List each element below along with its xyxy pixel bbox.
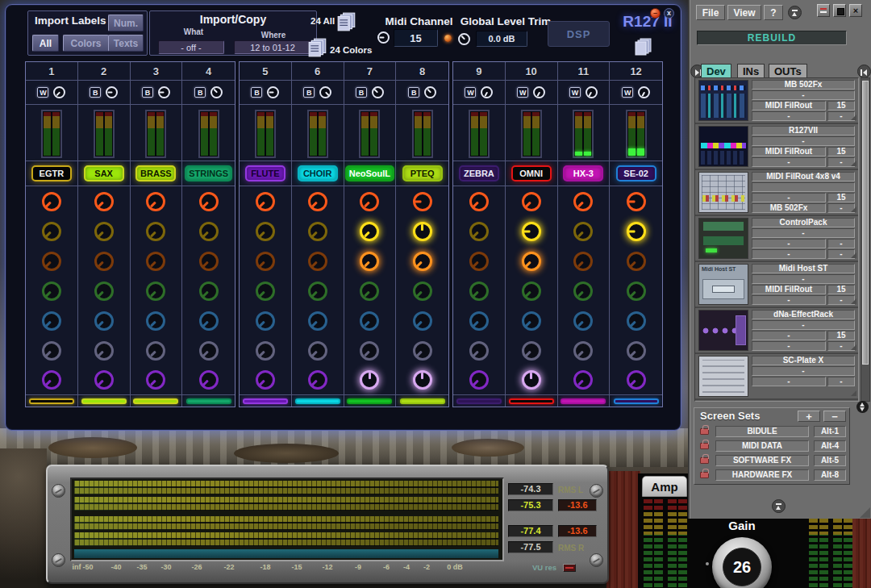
knob-grn[interactable] [94,281,114,301]
close-icon[interactable]: × [849,4,862,17]
add-screen-set-button[interactable]: + [798,411,820,422]
channel-name-button[interactable]: ZEBRA [459,165,499,181]
knob-olv[interactable] [199,222,219,241]
channel-mode-button[interactable]: W [569,87,581,98]
device-field[interactable]: - [827,111,855,121]
knob-blu[interactable] [627,311,646,331]
knob-olv[interactable] [469,222,489,241]
knob-brn[interactable] [146,252,165,271]
copy-pages-icon[interactable] [634,37,653,56]
knob-blu[interactable] [360,311,379,331]
channel-name-button[interactable]: EGTR [31,165,72,181]
knob-pur_b[interactable] [360,370,379,390]
knob-grn[interactable] [522,281,541,301]
device-field[interactable]: - [752,366,855,376]
minimize-icon[interactable]: – [650,8,661,19]
device-entry[interactable]: ControlPack----- [695,216,858,262]
channel-mode-button[interactable]: W [465,87,476,98]
help-menu[interactable]: ? [764,5,783,20]
knob-blu[interactable] [573,311,593,331]
channel-name-button[interactable]: NeoSoulL [345,165,394,181]
knob-brn[interactable] [308,252,327,271]
device-field[interactable]: - [752,274,855,284]
knob-brn[interactable] [627,252,646,271]
device-field[interactable]: - [827,377,855,386]
knob-brn[interactable] [199,252,219,271]
knob-gry[interactable] [413,341,432,361]
knob-ylw_b[interactable] [360,222,379,241]
knob-grn[interactable] [627,281,646,301]
knob-olv[interactable] [146,222,165,241]
lock-icon[interactable] [700,472,709,478]
knob-grn[interactable] [308,281,327,301]
knob-org[interactable] [42,192,61,211]
device-field[interactable]: 15 [827,193,855,202]
knob-blu[interactable] [256,311,275,331]
channel-name-button[interactable]: PTEQ [402,165,443,181]
knob-ylw_b[interactable] [413,222,432,241]
knob-pur[interactable] [42,370,61,390]
knob-org[interactable] [522,192,541,211]
amp-tab[interactable]: Amp [642,476,687,497]
channel-header-knob-icon[interactable] [533,86,545,98]
device-field[interactable]: MIDI FilRout [752,285,826,294]
close-icon[interactable]: x [664,8,674,19]
knob-pur[interactable] [627,370,646,390]
channel-header-knob-icon[interactable] [586,86,598,98]
knob-brn[interactable] [256,252,275,271]
knob-gry[interactable] [360,341,379,361]
channel-header-knob-icon[interactable] [424,86,436,98]
device-field[interactable]: - [752,239,826,248]
device-field[interactable]: - [752,193,826,202]
channel-name-button[interactable]: STRINGS [185,165,232,181]
device-field[interactable]: - [752,331,826,340]
knob-org[interactable] [413,192,432,211]
rebuild-button[interactable]: REBUILD [697,31,847,45]
knob-grn[interactable] [360,281,379,301]
midi-channel-value[interactable]: 15 [394,29,438,47]
copy-pages-icon[interactable] [307,37,328,58]
screen-set-name[interactable]: MIDI DATA [715,440,809,452]
channel-name-button[interactable]: CHOIR [298,165,338,181]
channel-mode-button[interactable]: W [622,87,633,98]
knob-olv[interactable] [573,222,593,241]
channel-name-button[interactable]: SE-02 [616,165,656,181]
knob-gry[interactable] [94,341,114,361]
knob-grn[interactable] [146,281,165,301]
device-name-field[interactable]: ControlPack [752,218,855,227]
dsp-button[interactable]: DSP [548,21,610,47]
device-entry[interactable]: R127VII-MIDI FilRout15-- [695,124,858,170]
knob-gry[interactable] [627,341,646,361]
device-field[interactable]: - [752,320,855,330]
knob-blu[interactable] [522,311,541,331]
channel-header-knob-icon[interactable] [638,86,650,98]
device-field[interactable]: - [752,341,826,351]
device-field[interactable]: - [752,136,855,146]
channel-name-button[interactable]: BRASS [135,165,176,181]
knob-brn[interactable] [469,252,489,271]
knob-pur[interactable] [146,370,165,390]
knob-pur_b[interactable] [413,370,432,390]
channel-mode-button[interactable]: B [90,87,101,98]
screen-set-shortcut[interactable]: Alt-5 [814,455,846,466]
channel-mode-button[interactable]: B [356,87,367,98]
knob-blu[interactable] [413,311,432,331]
knob-org[interactable] [199,192,219,211]
lock-icon[interactable] [700,457,709,464]
knob-blu[interactable] [94,311,114,331]
lock-icon[interactable] [700,428,709,435]
device-field[interactable]: - [827,249,855,259]
device-field[interactable]: - [752,228,855,238]
remove-screen-set-button[interactable]: − [823,411,846,422]
screen-set-shortcut[interactable]: Alt-4 [814,440,846,452]
channel-mode-button[interactable]: B [408,87,419,98]
device-list-scrollbar[interactable] [861,77,870,402]
knob-org[interactable] [308,192,327,211]
lock-icon[interactable] [700,443,709,449]
device-entry[interactable]: Midi Host STMidi Host ST-MIDI FilRout15-… [695,262,858,308]
screen-set-name[interactable]: BIDULE [715,426,809,437]
device-field[interactable]: 15 [827,101,855,111]
knob-pur[interactable] [199,370,219,390]
knob-brn[interactable] [94,252,114,271]
knob-grn[interactable] [256,281,275,301]
